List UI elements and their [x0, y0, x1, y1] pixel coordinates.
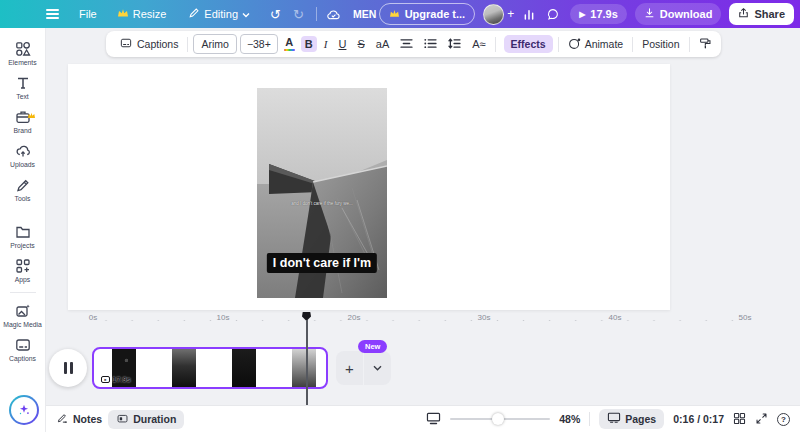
duration-label: Duration — [133, 413, 176, 425]
time-display: 0:16 / 0:17 — [673, 413, 724, 425]
strikethrough-button[interactable]: S — [353, 36, 368, 52]
add-options-button[interactable] — [364, 351, 391, 385]
upgrade-label: Upgrade t... — [405, 8, 466, 20]
sidebar-item-label: Captions — [9, 355, 36, 362]
toolbar-divider — [187, 37, 188, 52]
apps-grid-icon — [15, 258, 31, 274]
increase-font-button[interactable]: + — [265, 38, 271, 50]
notes-button[interactable]: Notes — [50, 412, 108, 426]
play-box-icon: ▸ — [101, 376, 110, 383]
effects-button[interactable]: Effects — [504, 35, 553, 53]
sidebar-item-uploads[interactable]: Uploads — [1, 138, 45, 172]
sidebar-item-elements[interactable]: Elements — [1, 36, 45, 70]
share-label: Share — [754, 8, 785, 20]
sidebar-item-projects[interactable]: Projects — [1, 219, 45, 253]
ruler-tick: 50s — [735, 313, 756, 322]
rainbow-bar — [284, 49, 295, 52]
ruler-tick: 30s — [474, 313, 495, 322]
resize-button[interactable]: Resize — [117, 8, 167, 20]
text-icon — [15, 75, 31, 91]
avatar — [483, 4, 504, 25]
position-button[interactable]: Position — [638, 35, 683, 53]
text-color-button[interactable]: A — [281, 36, 298, 53]
pause-button[interactable] — [49, 349, 87, 387]
clip-duration-value: 17.9s — [112, 375, 131, 384]
design-title[interactable]: MEN ARE SPECIAL ❤️ #AmitBhadana... — [353, 8, 379, 21]
text-spacing-button[interactable]: A≈ — [468, 36, 489, 52]
fullscreen-icon[interactable] — [755, 412, 768, 427]
timeline-ruler[interactable]: 0s 10s 20s 30s 40s 50s — [46, 312, 800, 328]
help-button[interactable]: ? — [777, 413, 790, 426]
account-button[interactable]: + — [483, 4, 514, 25]
sidebar-item-brand[interactable]: Brand — [1, 104, 45, 138]
animate-button[interactable]: Animate — [564, 34, 628, 55]
add-member-icon: + — [507, 7, 514, 21]
italic-button[interactable]: I — [320, 36, 332, 52]
captions-icon — [15, 337, 31, 353]
video-clip-strip[interactable]: ▸ 17.9s — [92, 347, 328, 389]
canva-assistant-button[interactable] — [9, 395, 39, 425]
zoom-slider-thumb[interactable] — [492, 413, 504, 425]
design-page[interactable]: and I don't care if the fury we... I don… — [68, 64, 670, 310]
redo-icon: ↻ — [293, 7, 304, 22]
elements-icon — [15, 41, 31, 57]
zoom-level: 48% — [559, 413, 580, 425]
undo-button[interactable]: ↺ — [270, 7, 281, 22]
playhead-line[interactable] — [306, 320, 308, 405]
duration-button[interactable]: Duration — [108, 410, 184, 429]
upgrade-button[interactable]: Upgrade t... — [379, 3, 476, 25]
copy-style-roller-icon[interactable] — [695, 35, 716, 54]
bold-button[interactable]: B — [301, 36, 317, 52]
font-family-select[interactable]: Arimo — [193, 34, 236, 54]
clip-duration-label: ▸ 17.9s — [101, 375, 131, 384]
resize-label: Resize — [133, 8, 167, 20]
zoom-slider[interactable] — [450, 413, 550, 425]
editing-mode-button[interactable]: Editing — [188, 7, 250, 21]
chevron-down-icon — [242, 8, 250, 20]
screen-view-icon[interactable] — [426, 412, 441, 427]
new-badge: New — [358, 340, 387, 353]
add-page-button[interactable]: + — [336, 351, 363, 385]
share-button[interactable]: Share — [729, 3, 794, 25]
play-button[interactable]: ▶ 17.9s — [570, 4, 627, 24]
font-size-value[interactable]: 38 — [253, 38, 265, 50]
pages-button[interactable]: Pages — [599, 409, 664, 429]
bullet-list-icon[interactable] — [420, 36, 441, 53]
line-spacing-icon[interactable] — [444, 36, 465, 53]
captions-button[interactable]: Captions — [115, 34, 182, 54]
cloud-save-icon[interactable] — [326, 8, 341, 21]
sidebar-item-magic-media[interactable]: Magic Media — [1, 298, 45, 332]
captions-icon — [119, 37, 133, 51]
caption-text[interactable]: I don't care if I'm — [267, 253, 377, 273]
folder-icon — [15, 224, 31, 240]
magic-media-icon — [15, 303, 31, 319]
align-center-icon[interactable] — [396, 36, 417, 53]
sidebar-item-text[interactable]: Text — [1, 70, 45, 104]
download-button[interactable]: Download — [635, 3, 722, 25]
menu-icon[interactable] — [46, 9, 59, 19]
file-menu-button[interactable]: File — [79, 8, 97, 20]
text-color-letter: A — [285, 37, 293, 48]
video-frame[interactable]: and I don't care if the fury we... I don… — [257, 88, 387, 298]
text-toolbar: Captions Arimo − 38 + A B I U S aA A≈ — [106, 31, 721, 57]
font-size-stepper: − 38 + — [240, 34, 278, 54]
captions-label: Captions — [137, 38, 178, 50]
bottom-bar: Notes Duration 48% Pages 0:16 / 0:17 — [46, 405, 800, 432]
redo-button[interactable]: ↻ — [293, 7, 304, 22]
sidebar-item-apps[interactable]: Apps — [1, 253, 45, 287]
grid-view-icon[interactable] — [733, 412, 746, 427]
text-case-button[interactable]: aA — [372, 36, 393, 52]
sidebar-item-captions[interactable]: Captions — [1, 332, 45, 366]
underline-button[interactable]: U — [334, 36, 350, 52]
sidebar-item-tools[interactable]: Tools — [1, 172, 45, 206]
editing-label: Editing — [204, 8, 238, 20]
ruler-dots — [93, 319, 753, 322]
canva-editor: File Resize Editing ↺ ↻ MEN ARE SPECIAL … — [0, 0, 800, 432]
toolbar-divider — [632, 37, 633, 52]
comments-button[interactable] — [546, 8, 560, 21]
toolbar-divider — [558, 37, 559, 52]
sidebar: Elements Text Brand Uploads Tools Projec… — [0, 28, 46, 432]
duration-icon — [116, 413, 129, 426]
clip-thumbnail — [172, 349, 196, 387]
insights-button[interactable] — [522, 8, 536, 21]
